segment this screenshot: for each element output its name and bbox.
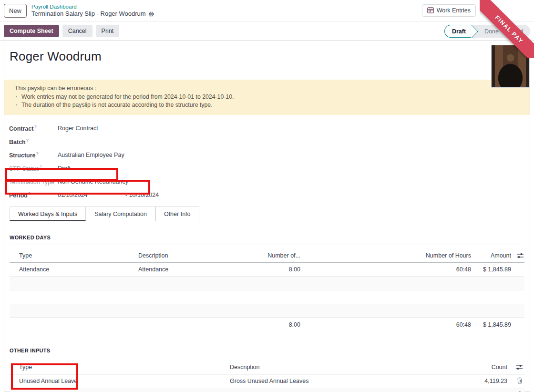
alert-warning-item: Work entries may not be generated for th… <box>15 93 519 101</box>
alert-warning-item: The duration of the payslip is not accur… <box>15 101 519 109</box>
tab-other-info[interactable]: Other Info <box>155 206 199 221</box>
other-input-description[interactable]: Gross Unused Annual Leaves <box>219 378 453 384</box>
column-header-description[interactable]: Description <box>138 252 234 259</box>
empty-row <box>10 290 524 304</box>
worked-day-number-of[interactable]: 8.00 <box>234 266 300 273</box>
cancel-button[interactable]: Cancel <box>62 25 92 37</box>
work-entries-button[interactable]: Work Entries <box>422 4 476 17</box>
delete-row-icon[interactable] <box>517 379 523 385</box>
worked-days-table: Type Description Number of... Number of … <box>10 249 524 331</box>
other-input-row[interactable]: Unused Long Service Leave Gross Unused L… <box>10 388 524 392</box>
column-header-description[interactable]: Description <box>219 364 453 371</box>
other-inputs-table: Type Description Count Unused Annual Lea… <box>10 361 524 392</box>
period-end-date[interactable]: - 10/10/2024 <box>125 192 159 198</box>
empty-row <box>10 304 524 318</box>
column-header-type[interactable]: Type <box>10 252 138 259</box>
field-contract: Contract? Roger Contract <box>9 122 530 135</box>
total-amount: $ 1,845.89 <box>471 321 511 328</box>
other-input-count[interactable]: 4,119.23 <box>453 378 510 384</box>
employee-photo <box>491 45 530 88</box>
breadcrumb-current-record: Termination Salary Slip - Roger Woodrum <box>31 10 146 18</box>
page-title: Roger Woodrum <box>10 49 530 64</box>
compute-sheet-button[interactable]: Compute Sheet <box>4 25 59 37</box>
breadcrumb-payroll-dashboard[interactable]: Payroll Dashboard <box>31 3 154 10</box>
form-sheet: Roger Woodrum This payslip can be errone… <box>4 41 530 392</box>
stp-status-value: Draft <box>58 165 71 172</box>
period-label: Period <box>9 192 28 199</box>
status-draft[interactable]: Draft <box>444 25 472 38</box>
worked-day-amount[interactable]: $ 1,845.89 <box>471 266 511 273</box>
breadcrumb: Payroll Dashboard Termination Salary Sli… <box>31 3 154 18</box>
field-termination-type: Termination Type? Non-Genuine Redundancy <box>9 175 530 188</box>
optional-columns-icon[interactable] <box>516 365 523 371</box>
batch-label: Batch <box>9 139 26 145</box>
calendar-icon <box>427 7 434 15</box>
help-icon: ? <box>34 124 37 129</box>
empty-row <box>10 277 524 290</box>
worked-days-row[interactable]: Attendance Attendance 8.00 60:48 $ 1,845… <box>10 263 524 277</box>
new-button[interactable]: New <box>4 4 27 18</box>
gear-icon[interactable] <box>148 11 154 17</box>
worked-days-heading: WORKED DAYS <box>10 235 524 244</box>
field-period: Period? 01/10/2024 - 10/10/2024 <box>9 188 530 202</box>
field-structure: Structure? Australian Employee Pay <box>9 148 530 162</box>
structure-label: Structure <box>9 152 36 159</box>
action-bar: Compute Sheet Cancel Print Draft Done Pa… <box>0 22 534 41</box>
structure-value[interactable]: Australian Employee Pay <box>58 152 124 158</box>
total-number-of: 8.00 <box>234 321 300 328</box>
worked-day-type[interactable]: Attendance <box>10 266 138 273</box>
column-header-number-of-hours[interactable]: Number of Hours <box>300 252 471 259</box>
status-pipeline: Draft Done Paid <box>444 25 530 38</box>
column-header-amount[interactable]: Amount <box>471 252 511 259</box>
help-icon: ? <box>55 178 57 183</box>
worked-day-description[interactable]: Attendance <box>138 266 234 273</box>
other-inputs-header-row: Type Description Count <box>10 361 524 374</box>
column-header-number-of[interactable]: Number of... <box>234 252 300 259</box>
payslip-warning-alert: This payslip can be erroneous : Work ent… <box>4 80 530 115</box>
notebook-tabs: Worked Days & Inputs Salary Computation … <box>4 206 530 221</box>
column-header-count[interactable]: Count <box>453 364 510 371</box>
worked-days-totals-row: 8.00 60:48 $ 1,845.89 <box>10 318 524 331</box>
other-inputs-heading: OTHER INPUTS <box>10 348 524 357</box>
help-icon: ? <box>40 165 42 169</box>
print-button[interactable]: Print <box>96 25 120 37</box>
worked-days-header-row: Type Description Number of... Number of … <box>10 249 524 263</box>
help-icon: ? <box>36 151 39 156</box>
top-navigation-bar: New Payroll Dashboard Termination Salary… <box>0 0 534 21</box>
stp-status-label: STP Status <box>9 165 39 172</box>
optional-columns-icon[interactable] <box>517 253 524 259</box>
tab-salary-computation[interactable]: Salary Computation <box>86 206 155 221</box>
alert-intro: This payslip can be erroneous : <box>15 85 519 92</box>
help-icon: ? <box>26 138 29 143</box>
period-start-date[interactable]: 01/10/2024 <box>58 192 125 198</box>
total-number-of-hours: 60:48 <box>300 321 471 328</box>
field-group: Contract? Roger Contract Batch? Structur… <box>9 122 530 202</box>
contract-value[interactable]: Roger Contract <box>58 125 98 132</box>
work-entries-label: Work Entries <box>437 7 471 14</box>
column-header-type[interactable]: Type <box>10 364 219 371</box>
termination-type-label: Termination Type <box>9 179 54 186</box>
worked-day-number-of-hours[interactable]: 60:48 <box>300 266 471 273</box>
other-input-row[interactable]: Unused Annual Leave Gross Unused Annual … <box>10 374 524 388</box>
status-paid[interactable]: Paid <box>504 28 530 35</box>
other-input-type[interactable]: Unused Annual Leave <box>10 378 219 384</box>
help-icon: ? <box>28 191 31 196</box>
tab-worked-days-inputs[interactable]: Worked Days & Inputs <box>10 206 86 221</box>
field-stp-status: STP Status? Draft <box>9 162 530 175</box>
termination-type-value[interactable]: Non-Genuine Redundancy <box>58 178 128 185</box>
contract-label: Contract <box>9 125 33 132</box>
field-batch: Batch? <box>9 135 530 148</box>
